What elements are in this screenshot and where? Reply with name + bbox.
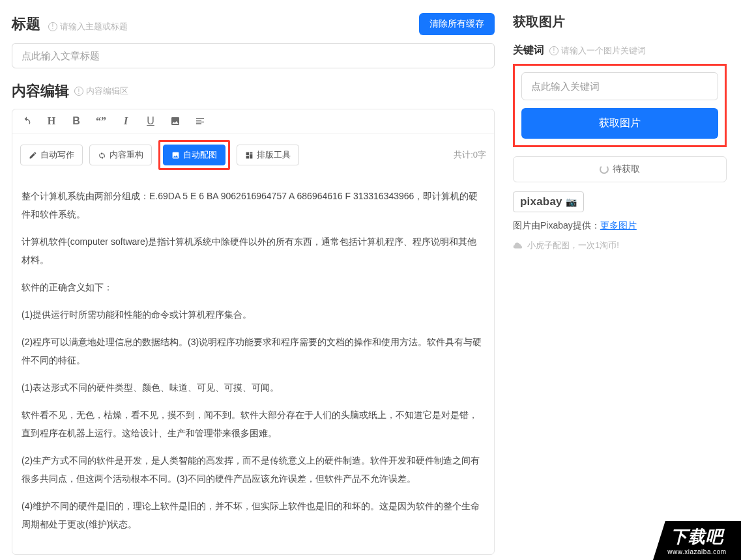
content-paragraph: (4)维护不同的硬件是旧的，理论上软件是旧的，并不坏，但实际上软件也是旧的和坏的…	[22, 497, 485, 533]
provided-by-line: 图片由Pixabay提供：更多图片	[513, 220, 727, 232]
layout-tool-label: 排版工具	[257, 149, 291, 161]
watermark: 下载吧 www.xiazaiba.com	[653, 521, 741, 560]
content-paragraph: 软件的正确含义如下：	[22, 278, 485, 296]
restructure-label: 内容重构	[109, 149, 143, 161]
content-paragraph: (2)程序可以满意地处理信息的数据结构。(3)说明程序功能要求和程序需要的文档的…	[22, 333, 485, 369]
watermark-small: www.xiazaiba.com	[667, 548, 726, 555]
footer-note-text: 小虎子配图，一次1淘币!	[527, 240, 619, 251]
title-hint: ! 请输入主题或标题	[48, 21, 128, 33]
content-paragraph: 整个计算机系统由两部分组成：E.69DA 5 E 6 BA 9062616964…	[22, 187, 485, 223]
auto-image-label: 自动配图	[183, 149, 217, 161]
bold-icon[interactable]: B	[70, 115, 83, 128]
editor-content[interactable]: 整个计算机系统由两部分组成：E.69DA 5 E 6 BA 9062616964…	[12, 176, 494, 554]
image-icon[interactable]	[169, 115, 182, 128]
info-icon: !	[549, 46, 559, 55]
undo-icon[interactable]	[20, 115, 33, 128]
highlight-auto-image: 自动配图	[158, 140, 230, 170]
keyword-input[interactable]	[521, 72, 718, 100]
restructure-button[interactable]: 内容重构	[89, 145, 152, 165]
content-paragraph: 软件看不见，无色，枯燥，看不见，摸不到，闻不到。软件大部分存在于人们的头脑或纸上…	[22, 406, 485, 442]
title-hint-text: 请输入主题或标题	[60, 21, 128, 33]
keyword-hint-text: 请输入一个图片关键词	[561, 45, 646, 57]
quote-icon[interactable]: “”	[94, 115, 108, 128]
content-hint-text: 内容编辑区	[86, 85, 128, 97]
highlight-keyword-box: 获取图片	[513, 64, 727, 147]
action-toolbar: 自动写作 内容重构 自动配图 排版工具 共计:0字	[12, 133, 494, 176]
heading-icon[interactable]: H	[45, 115, 58, 128]
provided-prefix: 图片由Pixabay提供：	[513, 220, 600, 231]
editor-box: H B “” I U 自动写作 内容重构	[12, 109, 495, 555]
info-icon: !	[48, 22, 57, 31]
watermark-big: 下载吧	[671, 525, 723, 548]
footer-note: 小虎子配图，一次1淘币!	[513, 240, 727, 251]
auto-write-button[interactable]: 自动写作	[20, 145, 83, 165]
fetch-image-button[interactable]: 获取图片	[521, 108, 718, 139]
auto-image-button[interactable]: 自动配图	[163, 145, 225, 165]
content-paragraph: (1)提供运行时所需功能和性能的命令或计算机程序集合。	[22, 305, 485, 324]
content-paragraph: 计算机软件(computer software)是指计算机系统中除硬件以外的所有…	[22, 232, 485, 269]
word-count: 共计:0字	[454, 149, 486, 161]
content-paragraph: (1)表达形式不同的硬件类型、颜色、味道、可见、可摸、可闻。	[22, 378, 485, 397]
content-hint: ! 内容编辑区	[74, 85, 128, 97]
keyword-label: 关键词	[513, 44, 544, 57]
pending-label: 待获取	[613, 163, 640, 175]
info-icon: !	[74, 87, 83, 96]
auto-write-label: 自动写作	[40, 149, 74, 161]
pixabay-text: pixabay	[520, 195, 562, 208]
layout-tool-button[interactable]: 排版工具	[237, 145, 299, 165]
more-images-link[interactable]: 更多图片	[600, 220, 637, 231]
align-icon[interactable]	[194, 115, 207, 128]
pixabay-logo: pixabay 📷	[513, 191, 584, 212]
article-title-input[interactable]	[12, 43, 495, 68]
camera-icon: 📷	[566, 197, 577, 207]
underline-icon[interactable]: U	[144, 115, 157, 128]
keyword-hint: ! 请输入一个图片关键词	[549, 45, 646, 57]
pending-button[interactable]: 待获取	[513, 156, 727, 182]
content-section-label: 内容编辑	[12, 81, 69, 101]
italic-icon[interactable]: I	[119, 115, 132, 128]
title-section-label: 标题	[12, 16, 40, 32]
cloud-icon	[513, 242, 523, 249]
spinner-icon	[600, 165, 609, 174]
clear-cache-button[interactable]: 清除所有缓存	[419, 13, 495, 35]
format-toolbar: H B “” I U	[12, 109, 494, 133]
sidebar-title: 获取图片	[513, 13, 727, 31]
content-paragraph: (2)生产方式不同的软件是开发，是人类智能的高发挥，而不是传统意义上的硬件制造。…	[22, 451, 485, 488]
